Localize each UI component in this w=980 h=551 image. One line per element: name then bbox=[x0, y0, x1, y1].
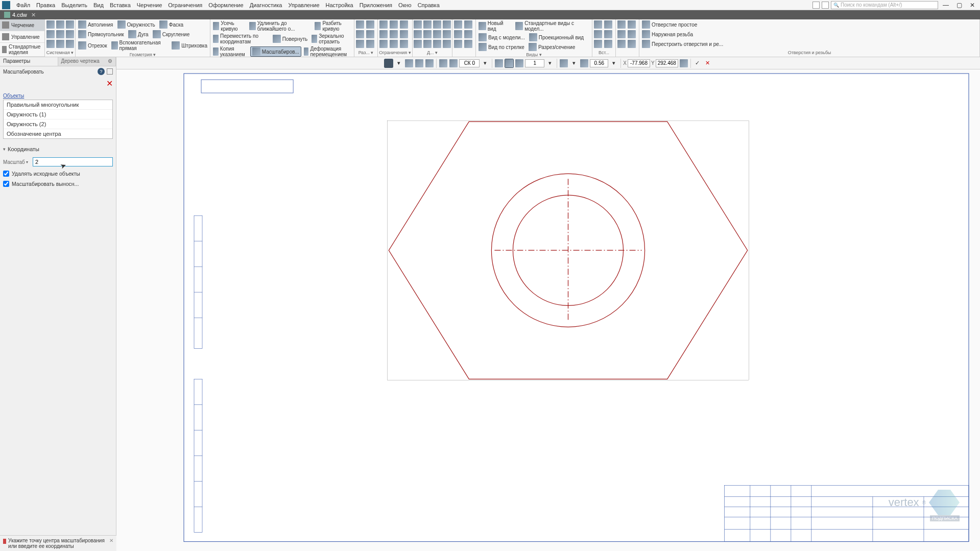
dim3-icon[interactable] bbox=[355, 30, 365, 39]
c2-icon[interactable] bbox=[423, 20, 432, 29]
panel-label-geom[interactable]: Геометрия ▾ bbox=[77, 52, 209, 57]
section-button[interactable]: Разрез/сечение bbox=[527, 42, 577, 52]
side-tab-params[interactable]: Параметры bbox=[0, 57, 58, 66]
c6-icon[interactable] bbox=[433, 30, 442, 39]
more-sys-icon[interactable] bbox=[65, 39, 74, 49]
menu-window[interactable]: Окно bbox=[395, 1, 415, 9]
scale-pick-icon[interactable] bbox=[515, 59, 524, 68]
zoom-input[interactable] bbox=[590, 59, 608, 67]
snap1-icon[interactable] bbox=[384, 59, 393, 68]
dim4-icon[interactable] bbox=[366, 30, 375, 39]
m5-icon[interactable] bbox=[453, 39, 463, 49]
scale-dd-icon[interactable]: ▾ bbox=[545, 59, 555, 68]
segment-button[interactable]: Отрезок bbox=[77, 41, 109, 50]
j2-icon[interactable] bbox=[627, 20, 636, 29]
tab-close-icon[interactable]: ✕ bbox=[31, 12, 36, 18]
minimize-button[interactable]: — bbox=[940, 2, 951, 9]
coord-icon[interactable] bbox=[679, 59, 688, 68]
gear-icon[interactable]: ⚙ bbox=[108, 58, 112, 64]
dim2-icon[interactable] bbox=[366, 20, 375, 29]
panel-label-ins[interactable]: Вст... bbox=[593, 50, 614, 57]
open-icon[interactable] bbox=[56, 20, 64, 29]
stdviews-button[interactable]: Стандартные виды с модел... bbox=[514, 20, 591, 32]
props-icon[interactable] bbox=[65, 30, 74, 39]
modelview-button[interactable]: Вид с модели... bbox=[477, 33, 527, 42]
i5-icon[interactable] bbox=[593, 39, 603, 49]
a6-icon[interactable] bbox=[399, 30, 409, 39]
c6b-icon[interactable] bbox=[442, 30, 451, 39]
panel-label-holes[interactable]: Отверстия и резьбы bbox=[640, 50, 978, 57]
a3-icon[interactable] bbox=[399, 20, 409, 29]
hatch-button[interactable]: Штриховка bbox=[170, 41, 209, 50]
window-icon-1[interactable] bbox=[812, 2, 820, 9]
c3b-icon[interactable] bbox=[442, 20, 451, 29]
m2-icon[interactable] bbox=[464, 20, 473, 29]
deform-button[interactable]: Деформация перемещением bbox=[302, 45, 353, 58]
objects-link[interactable]: Объекты bbox=[3, 93, 24, 99]
document-tab[interactable]: 4.cdw ✕ bbox=[0, 10, 40, 19]
snap2-icon[interactable] bbox=[404, 59, 414, 68]
arc-button[interactable]: Дуга bbox=[127, 30, 150, 39]
rebuildholes-button[interactable]: Перестроить отверстия и ре... bbox=[640, 39, 725, 49]
preview-icon[interactable] bbox=[56, 30, 64, 39]
window-icon-2[interactable] bbox=[822, 2, 829, 9]
panel-label-views[interactable]: Виды ▾ bbox=[477, 52, 591, 57]
x-input[interactable] bbox=[628, 59, 650, 67]
menu-insert[interactable]: Вставка bbox=[107, 1, 134, 9]
close-button[interactable]: ✕ bbox=[967, 2, 978, 9]
panel-label-sys[interactable]: Системная ▾ bbox=[46, 50, 74, 57]
cs-dd-icon[interactable]: ▾ bbox=[481, 59, 490, 68]
help-icon[interactable]: ? bbox=[98, 68, 105, 75]
panel-label-dim[interactable]: Раз... ▾ bbox=[355, 50, 376, 57]
scale-button[interactable]: Масштабиров... bbox=[250, 46, 301, 57]
menu-file[interactable]: Файл bbox=[13, 1, 33, 9]
ortho-icon[interactable] bbox=[494, 59, 504, 68]
i6-icon[interactable] bbox=[604, 39, 613, 49]
save-icon[interactable] bbox=[65, 20, 74, 29]
zoom-dd2-icon[interactable]: ▾ bbox=[609, 59, 618, 68]
auxline-button[interactable]: Вспомогательная прямая bbox=[110, 39, 170, 52]
a8-icon[interactable] bbox=[389, 39, 398, 49]
snap3-icon[interactable] bbox=[415, 59, 424, 68]
i4-icon[interactable] bbox=[604, 30, 613, 39]
dim5-icon[interactable] bbox=[355, 39, 365, 49]
j5-icon[interactable] bbox=[617, 39, 626, 49]
rotate-button[interactable]: Повернуть bbox=[271, 34, 309, 43]
cs-icon[interactable] bbox=[449, 59, 458, 68]
redo-icon[interactable] bbox=[56, 39, 64, 49]
a1-icon[interactable] bbox=[379, 20, 388, 29]
menu-diag[interactable]: Диагностика bbox=[247, 1, 285, 9]
list-item[interactable]: Окружность (1) bbox=[4, 110, 112, 119]
c3-icon[interactable] bbox=[433, 20, 442, 29]
snap-dd-icon[interactable]: ▾ bbox=[394, 59, 403, 68]
canvas-area[interactable]: ▾ ▾ ▾ ▾ ▾ X Y bbox=[116, 57, 980, 551]
menu-help[interactable]: Справка bbox=[415, 1, 443, 9]
menu-edit[interactable]: Правка bbox=[33, 1, 58, 9]
copy-button[interactable]: Копия указанием bbox=[211, 45, 249, 58]
cancel-icon[interactable]: ✕ bbox=[703, 59, 712, 68]
panel-close-icon[interactable]: ✕ bbox=[106, 79, 113, 88]
extthread-button[interactable]: Наружная резьба bbox=[640, 30, 695, 39]
menu-drawing[interactable]: Черчение bbox=[134, 1, 165, 9]
scale-leaders-checkbox[interactable] bbox=[3, 181, 9, 187]
menu-view[interactable]: Вид bbox=[90, 1, 107, 9]
mode-manage[interactable]: Управление bbox=[0, 31, 44, 43]
status-close-icon[interactable]: ✕ bbox=[109, 538, 113, 543]
m6-icon[interactable] bbox=[464, 39, 473, 49]
menu-constraints[interactable]: Ограничения bbox=[165, 1, 205, 9]
m1-icon[interactable] bbox=[453, 20, 463, 29]
y-input[interactable] bbox=[656, 59, 678, 67]
menu-manage[interactable]: Управление bbox=[285, 1, 322, 9]
a5-icon[interactable] bbox=[389, 30, 398, 39]
panel-label-d[interactable]: Д... ▾ bbox=[414, 50, 451, 57]
zoomin-icon[interactable] bbox=[580, 59, 589, 68]
panel-label-constr[interactable]: Ограничения ▾ bbox=[379, 50, 411, 57]
zoomfit-icon[interactable] bbox=[559, 59, 568, 68]
m3-icon[interactable] bbox=[453, 30, 463, 39]
menu-select[interactable]: Выделить bbox=[58, 1, 90, 9]
extend-button[interactable]: Удлинить до ближайшего о... bbox=[248, 20, 312, 32]
projview-button[interactable]: Проекционный вид bbox=[528, 33, 585, 42]
maximize-button[interactable]: ▢ bbox=[953, 2, 965, 9]
delete-source-checkbox[interactable] bbox=[3, 171, 9, 177]
j1-icon[interactable] bbox=[617, 20, 626, 29]
